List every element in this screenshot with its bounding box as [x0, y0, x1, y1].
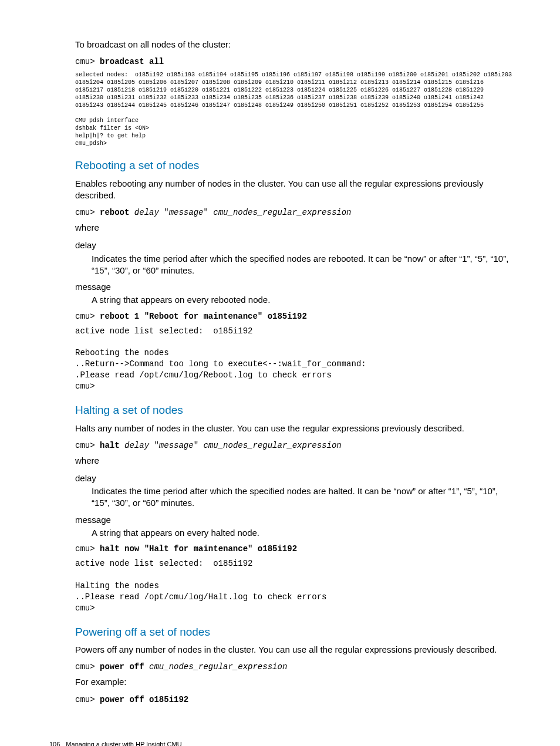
reboot-syntax: cmu> reboot delay "message" cmu_nodes_re…	[75, 207, 513, 218]
arg: delay	[120, 441, 154, 450]
reboot-example-cmd: cmu> reboot 1 "Reboot for maintenance" o…	[75, 311, 513, 322]
quote: "	[194, 441, 204, 450]
prompt: cmu>	[75, 544, 100, 553]
prompt: cmu>	[75, 57, 100, 66]
delay-term: delay	[75, 472, 513, 484]
prompt: cmu>	[75, 208, 100, 217]
cmd: power off	[100, 662, 144, 671]
section-heading-reboot: Rebooting a set of nodes	[75, 158, 513, 173]
arg: cmu_nodes_regular_expression	[213, 208, 351, 217]
cmd: power off o185i192	[100, 695, 188, 704]
halt-example-output: active node list selected: o185i192 Halt…	[75, 558, 513, 613]
poweroff-example-cmd: cmu> power off o185i192	[75, 694, 513, 706]
quote: "	[164, 208, 168, 217]
arg: cmu_nodes_regular_expression	[203, 441, 341, 450]
section-heading-poweroff: Powering off a set of nodes	[75, 625, 513, 640]
poweroff-description: Powers off any number of nodes in the cl…	[75, 644, 513, 656]
section-heading-halt: Halting a set of nodes	[75, 403, 513, 418]
prompt: cmu>	[75, 695, 100, 704]
where-label: where	[75, 455, 513, 467]
arg: delay	[129, 208, 164, 217]
quote: "	[203, 208, 213, 217]
where-label: where	[75, 222, 513, 234]
halt-description: Halts any number of nodes in the cluster…	[75, 423, 513, 434]
delay-term: delay	[75, 239, 513, 251]
command-bold: broadcast all	[100, 57, 164, 66]
quote: "	[154, 441, 158, 450]
cmd: reboot	[100, 208, 129, 217]
message-term: message	[75, 281, 513, 293]
footer-title: Managing a cluster with HP Insight CMU	[66, 741, 181, 746]
message-definition: A string that appears on every halted no…	[92, 527, 513, 539]
page-number: 106	[49, 741, 60, 746]
prompt: cmu>	[75, 312, 100, 321]
arg: cmu_nodes_regular_expression	[144, 662, 288, 671]
broadcast-command: cmu> broadcast all	[75, 56, 513, 67]
message-term: message	[75, 514, 513, 526]
delay-definition: Indicates the time period after which th…	[92, 253, 513, 277]
halt-example-cmd: cmu> halt now "Halt for maintenance" o18…	[75, 544, 513, 555]
prompt: cmu>	[75, 441, 100, 450]
poweroff-syntax: cmu> power off cmu_nodes_regular_express…	[75, 661, 513, 673]
cmd: halt	[100, 441, 120, 450]
cmd: halt now "Halt for maintenance" o185i192	[100, 544, 297, 553]
cmd: reboot 1 "Reboot for maintenance" o185i1…	[100, 312, 307, 321]
arg: message	[159, 441, 194, 450]
message-definition: A string that appears on every rebooted …	[92, 294, 513, 306]
broadcast-output: selected nodes: o185i192 o185i193 o185i1…	[75, 71, 513, 147]
reboot-description: Enables rebooting any number of nodes in…	[75, 178, 513, 202]
arg: message	[169, 208, 204, 217]
delay-definition: Indicates the time period after which th…	[92, 485, 513, 509]
intro-paragraph: To broadcast on all nodes of the cluster…	[75, 39, 513, 50]
for-example-label: For example:	[75, 676, 513, 688]
page-footer: 106Managing a cluster with HP Insight CM…	[49, 740, 487, 746]
reboot-example-output: active node list selected: o185i192 Rebo…	[75, 326, 513, 392]
halt-syntax: cmu> halt delay "message" cmu_nodes_regu…	[75, 440, 513, 451]
prompt: cmu>	[75, 662, 100, 671]
